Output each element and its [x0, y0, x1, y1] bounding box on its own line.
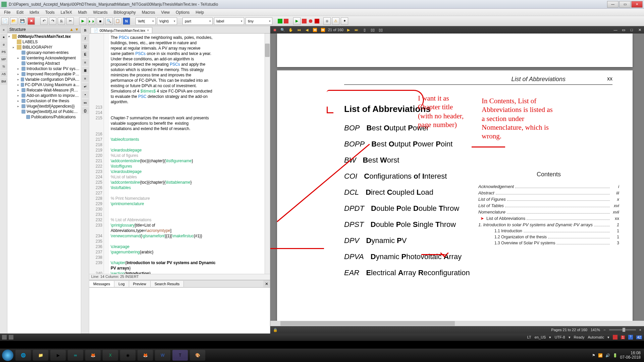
italic-button[interactable]: I — [82, 35, 89, 42]
tray-volume-icon[interactable]: 🔊 — [605, 353, 610, 358]
build-view-button[interactable]: ⏵⏵ — [88, 17, 95, 25]
pv-win-min-icon[interactable]: — — [612, 27, 619, 33]
fontsize-dropdown[interactable]: tiny — [246, 17, 272, 25]
pv-win-close-icon[interactable]: ✕ — [637, 27, 643, 33]
as-tab-icon[interactable]: AS — [0, 71, 7, 77]
env-button[interactable]: {} — [82, 107, 89, 114]
taskbar-arduino-icon[interactable]: ∞ — [68, 350, 83, 361]
taskbar-firefox-icon[interactable]: 🦊 — [85, 350, 101, 361]
tree-item[interactable]: glossary-nomen-entries — [8, 50, 80, 55]
menu-view[interactable]: View — [158, 9, 172, 15]
structure-tree[interactable]: ▾00ManjuThesisMainText.texLABELS▸BIBLIOG… — [7, 33, 81, 334]
pv-fwd-icon[interactable]: ⏩ — [320, 27, 326, 33]
menu-edit[interactable]: Edit — [14, 9, 26, 15]
status-enc[interactable]: UTF-8 — [554, 335, 565, 339]
menu-tools[interactable]: Tools — [43, 9, 57, 15]
pv-zoom-in-icon[interactable]: + — [639, 328, 641, 332]
pv-win-max-icon[interactable]: □ — [629, 27, 635, 33]
ss-button[interactable]: ss — [82, 99, 89, 106]
pv-zoom-slider[interactable] — [609, 329, 636, 330]
start-button[interactable] — [2, 350, 13, 361]
menu-bibliography[interactable]: Bibliography — [111, 9, 139, 15]
tree-item[interactable]: ▸Add-on algorithm to improv… — [8, 93, 80, 98]
menu-wizards[interactable]: Wizards — [90, 9, 110, 15]
mp-tab-icon[interactable]: MP — [0, 56, 7, 63]
bookmarks-tab-icon[interactable]: ★ — [0, 34, 7, 41]
ps-tab-icon[interactable]: PS — [0, 49, 7, 55]
tree-item[interactable]: ▸Introduction to solar PV sys… — [8, 66, 80, 71]
pv-zoom-icon[interactable]: 🔍 — [280, 27, 286, 33]
pv-close-icon[interactable]: ⏹ — [272, 27, 278, 33]
minimize-button[interactable]: — — [607, 1, 619, 8]
system-tray[interactable]: ⚑ 📶 🔊 🔋 16:08 07-06-2018 — [592, 351, 642, 360]
pv-last-icon[interactable]: ⏭ — [354, 27, 360, 33]
ti-tab-icon[interactable]: TI — [0, 63, 7, 70]
close-button[interactable]: ✕ — [631, 1, 643, 8]
compile-button[interactable]: ▶ — [79, 17, 87, 25]
msg-tab-log[interactable]: Log — [114, 281, 129, 287]
color-green-icon[interactable] — [278, 19, 282, 23]
emph-button[interactable]: E — [82, 51, 89, 58]
pv-zoom-out-icon[interactable]: − — [603, 328, 605, 332]
tree-item[interactable]: Publications/Publications — [8, 114, 80, 120]
tray-clock[interactable]: 16:08 07-06-2018 — [620, 351, 642, 360]
view-pdf-button[interactable]: 🔍 — [105, 17, 113, 25]
preview-h-scrollbar[interactable] — [270, 321, 644, 326]
sectioning-dropdown[interactable]: part — [182, 17, 213, 25]
pv-double-page-icon[interactable]: ▯▯ — [378, 27, 384, 33]
status-box-2[interactable] — [9, 335, 13, 340]
tree-item[interactable]: ▸Variable configuration DPVA… — [8, 77, 80, 82]
tree-item[interactable]: \Huge{\textbf{List of Public… — [8, 109, 80, 114]
align-center-button[interactable]: ≣ — [82, 67, 89, 74]
menu-file[interactable]: File — [1, 9, 13, 15]
list-button[interactable]: • — [82, 91, 89, 98]
status-err-count[interactable]: 1 — [621, 336, 625, 339]
status-info-icon[interactable]: ? — [628, 335, 633, 340]
tree-item[interactable]: ▸Relocate-Wait-Measure (R… — [8, 87, 80, 93]
quick-build-button[interactable]: ▶ — [293, 17, 301, 25]
status-box-1[interactable] — [2, 335, 7, 340]
tree-item[interactable]: ▸\Huge{\textbf{Appendices}} — [8, 104, 80, 109]
taskbar-word-icon[interactable]: W — [155, 350, 170, 361]
redo-button[interactable]: ↷ — [49, 17, 56, 25]
maximize-button[interactable]: ▭ — [619, 1, 631, 8]
tree-item[interactable]: ▸Improved Reconfigurable P… — [8, 71, 80, 77]
tree-item[interactable]: \centering Abstract — [8, 61, 80, 66]
view-log-button[interactable]: 📋 — [114, 17, 121, 25]
tray-battery-icon[interactable]: 🔋 — [613, 353, 618, 358]
bold-button[interactable]: B — [82, 27, 89, 34]
msg-tab-preview[interactable]: Preview — [129, 281, 151, 287]
misc-tool-1[interactable]: ⛭ — [323, 17, 331, 25]
structure-tab-icon[interactable]: ≡ — [0, 26, 7, 33]
left-delim-dropdown[interactable]: \left( — [136, 17, 156, 25]
color-red-icon[interactable] — [284, 19, 288, 23]
tree-item[interactable]: LABELS — [8, 39, 80, 45]
msg-close-icon[interactable]: ✕ — [263, 280, 270, 287]
tree-item[interactable]: ▸Conclusion of the thesis — [8, 98, 80, 104]
structure-down-icon[interactable]: ▼ — [75, 27, 79, 32]
pv-next-icon[interactable]: ▶ — [345, 27, 352, 33]
open-file-button[interactable]: 📂 — [10, 17, 17, 25]
pv-first-icon[interactable]: ⏮ — [296, 27, 302, 33]
status-info-count[interactable]: 42 — [636, 336, 642, 339]
msg-tab-messages[interactable]: Messages — [89, 281, 114, 287]
taskbar-explorer-icon[interactable]: 📁 — [33, 350, 48, 361]
tray-flag-icon[interactable]: ⚑ — [592, 353, 595, 358]
badness-icon[interactable] — [315, 19, 319, 23]
menu-math[interactable]: Math — [75, 9, 90, 15]
normal-mode-button[interactable]: N — [123, 17, 130, 25]
symbols-tab-icon[interactable]: α — [0, 41, 7, 48]
new-file-button[interactable]: 📄 — [1, 17, 9, 25]
menu-help[interactable]: Help — [193, 9, 207, 15]
taskbar-ie-icon[interactable]: 🌐 — [15, 350, 31, 361]
tray-network-icon[interactable]: 📶 — [598, 353, 603, 358]
menu-options[interactable]: Options — [173, 9, 192, 15]
pv-hand-icon[interactable]: ✋ — [288, 27, 294, 33]
cut-button[interactable]: ✂ — [66, 17, 74, 25]
menu-macros[interactable]: Macros — [139, 9, 158, 15]
pv-cont-page-icon[interactable]: ▯▯ — [370, 27, 376, 33]
align-right-button[interactable]: ≡ — [82, 75, 89, 82]
error-marker-icon[interactable]: ⏺ — [308, 18, 313, 24]
code-area[interactable]: The PSCs caused the neighboring walls, p… — [109, 34, 270, 274]
status-err-icon[interactable] — [613, 335, 618, 340]
